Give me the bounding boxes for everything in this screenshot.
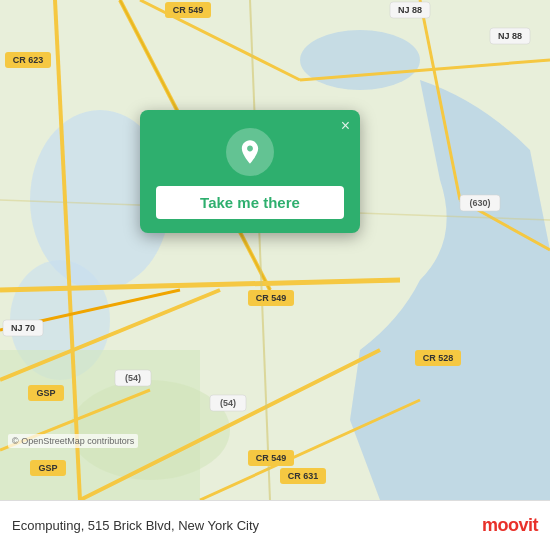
footer-address: Ecomputing, 515 Brick Blvd, New York Cit… xyxy=(12,518,259,533)
moovit-logo: moovit xyxy=(482,515,538,536)
svg-text:GSP: GSP xyxy=(38,463,57,473)
close-button[interactable]: × xyxy=(341,118,350,134)
svg-text:CR 549: CR 549 xyxy=(256,453,287,463)
map-container: CR 549 NJ 88 NJ 88 CR 623 CR 528 NJ 70 (… xyxy=(0,0,550,500)
svg-text:CR 528: CR 528 xyxy=(423,353,454,363)
svg-text:NJ 88: NJ 88 xyxy=(498,31,522,41)
svg-text:CR 549: CR 549 xyxy=(256,293,287,303)
svg-text:(630): (630) xyxy=(469,198,490,208)
location-pin-icon xyxy=(226,128,274,176)
popup-card: × Take me there xyxy=(140,110,360,233)
svg-text:CR 623: CR 623 xyxy=(13,55,44,65)
svg-text:(54): (54) xyxy=(220,398,236,408)
svg-point-3 xyxy=(300,30,420,90)
pin-svg xyxy=(236,138,264,166)
copyright-text: © OpenStreetMap contributors xyxy=(8,434,138,448)
moovit-logo-text: moovit xyxy=(482,515,538,536)
svg-text:GSP: GSP xyxy=(36,388,55,398)
svg-text:(54): (54) xyxy=(125,373,141,383)
svg-text:CR 631: CR 631 xyxy=(288,471,319,481)
footer-bar: Ecomputing, 515 Brick Blvd, New York Cit… xyxy=(0,500,550,550)
svg-text:NJ 88: NJ 88 xyxy=(398,5,422,15)
take-me-there-button[interactable]: Take me there xyxy=(156,186,344,219)
svg-text:NJ 70: NJ 70 xyxy=(11,323,35,333)
svg-text:CR 549: CR 549 xyxy=(173,5,204,15)
map-svg: CR 549 NJ 88 NJ 88 CR 623 CR 528 NJ 70 (… xyxy=(0,0,550,500)
